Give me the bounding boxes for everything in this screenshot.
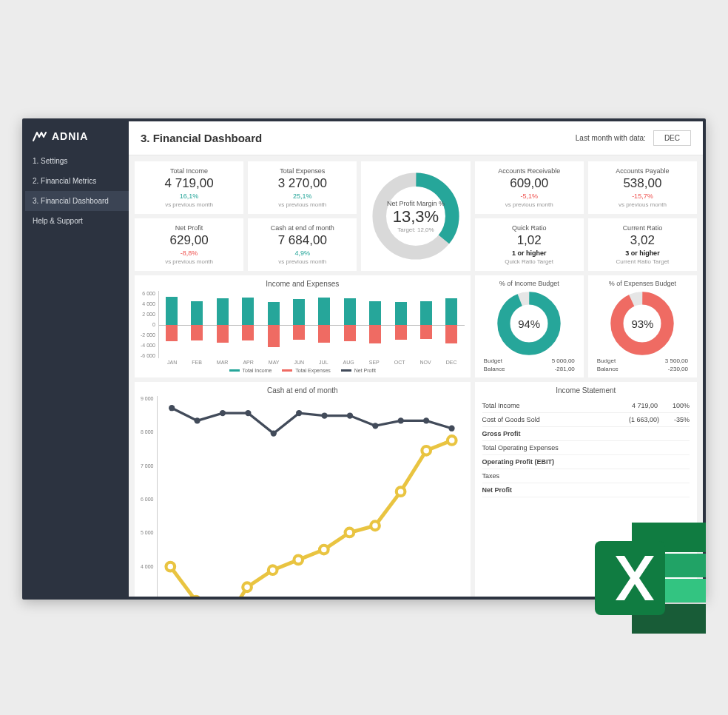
donut-pct: 94% [496,290,562,357]
kpi-change: 4,9% [252,249,352,257]
kpi-title: Accounts Payable [593,167,692,175]
gauge-pct: 13,3% [393,207,439,226]
donut-title: % of Expenses Budget [609,280,676,287]
month-dropdown[interactable]: DEC [653,130,691,146]
kpi-sub: vs previous month [139,201,239,208]
last-month-selector: Last month with data: DEC [576,130,691,146]
last-month-label: Last month with data: [576,134,646,142]
bar-column [419,291,434,358]
header: 3. Financial Dashboard Last month with d… [129,121,703,155]
sidebar: ADNIA 1. Settings2. Financial Metrics3. … [25,121,129,597]
kpi-title: Total Income [139,167,239,175]
sidebar-item[interactable]: 1. Settings [25,151,129,171]
svg-point-24 [320,546,328,554]
kpi-value: 3 270,00 [252,176,352,191]
svg-point-27 [396,487,405,496]
page-title: 3. Financial Dashboard [141,132,262,144]
cash-line-icon [158,396,465,597]
kpi-cash-end: Cash at end of month 7 684,00 4,9% vs pr… [248,218,357,271]
kpi-acct-receivable: Accounts Receivable 609,00 -5,1% vs prev… [475,161,584,214]
svg-point-18 [166,563,175,571]
bar-column [394,291,408,358]
chart-cash-end: Cash at end of month 9 0008 0007 0006 00… [135,382,471,597]
kpi-sub: vs previous month [139,258,239,265]
kpi-value: 1,02 [479,233,579,248]
income-row: Cost of Goods Sold(1 663,00)-35% [482,413,690,427]
kpi-target: 1 or higher [479,249,579,257]
bar-column [240,291,255,358]
kpi-change: -8,8% [139,249,239,257]
sidebar-item[interactable]: Help & Support [25,211,129,231]
income-row: Operating Profit (EBIT) [482,455,690,469]
bar-column [189,291,204,358]
bar-column [368,291,382,358]
svg-point-21 [243,583,252,591]
kpi-change: 25,1% [252,192,352,200]
kpi-current-ratio: Current Ratio 3,02 3 or higher Current R… [588,218,697,271]
kpi-acct-payable: Accounts Payable 538,00 -15,7% vs previo… [588,161,697,214]
income-row: Total Income4 719,00100% [482,399,690,413]
nav-menu: 1. Settings2. Financial Metrics3. Financ… [25,151,129,231]
bars-container [158,291,465,358]
kpi-total-expenses: Total Expenses 3 270,00 25,1% vs previou… [248,161,357,214]
kpi-title: Quick Ratio [479,224,579,232]
donut-expense-budget: % of Expenses Budget 93% Budget3 500,00 … [588,275,697,377]
kpi-target: 3 or higher [593,249,692,257]
donut-income-budget: % of Income Budget 94% Budget5 000,00 Ba… [475,275,584,377]
gauge-target: Target: 12,0% [397,226,434,233]
sidebar-item[interactable]: 2. Financial Metrics [25,171,129,191]
kpi-net-profit-margin: Net Profit Margin % 13,3% Target: 12,0% [361,161,470,271]
kpi-value: 4 719,00 [139,176,239,191]
income-row: Net Profit [482,483,690,497]
kpi-sub: Quick Ratio Target [479,258,579,265]
chart-income-expenses: Income and Expenses 6 0004 0002 0000-2 0… [135,275,471,377]
chart-legend: Total Income Total Expenses Net Profit [141,368,465,373]
sidebar-item[interactable]: 3. Financial Dashboard [25,191,129,211]
chart-title: Income and Expenses [141,280,465,288]
y-axis: 6 0004 0002 0000-2 000-4 000-6 000 [141,291,158,358]
kpi-title: Net Profit [139,224,239,232]
bar-column [343,291,357,358]
kpi-value: 538,00 [593,176,692,191]
bar-column [215,291,230,358]
kpi-sub: vs previous month [479,201,579,208]
kpi-title: Total Expenses [252,167,352,175]
legend-item: Total Income [229,368,272,373]
logo-icon [33,131,47,141]
kpi-sub: Current Ratio Target [593,258,692,265]
donut-pct: 93% [609,290,675,357]
kpi-value: 629,00 [139,233,239,248]
kpi-value: 609,00 [479,176,579,191]
income-statement-title: Income Statement [482,386,690,395]
svg-rect-34 [595,541,665,615]
kpi-change: -15,7% [593,192,692,200]
kpi-net-profit: Net Profit 629,00 -8,8% vs previous mont… [135,218,243,271]
gauge-label: Net Profit Margin % [387,200,445,207]
kpi-title: Cash at end of month [252,224,352,232]
brand-text: ADNIA [52,130,88,142]
kpi-quick-ratio: Quick Ratio 1,02 1 or higher Quick Ratio… [475,218,584,271]
kpi-total-income: Total Income 4 719,00 16,1% vs previous … [135,161,243,214]
svg-point-25 [345,528,354,537]
excel-icon [587,515,713,641]
bar-column [444,291,459,358]
svg-point-29 [447,436,456,445]
bar-column [317,291,331,358]
income-row: Taxes [482,469,690,483]
kpi-value: 3,02 [593,233,692,248]
kpi-sub: vs previous month [252,201,352,208]
svg-point-22 [268,565,277,574]
svg-point-28 [422,446,431,455]
kpi-value: 7 684,00 [252,233,352,248]
income-row: Total Operating Expenses [482,441,690,455]
bar-column [291,291,306,358]
income-row: Gross Profit [482,427,690,441]
x-axis: JANFEBMARAPRMAYJUNJULAUGSEPOCTNOVDEC [141,360,465,365]
kpi-change: 16,1% [139,192,239,200]
legend-item: Total Expenses [282,368,330,373]
svg-point-23 [294,556,303,565]
kpi-title: Accounts Receivable [479,167,579,175]
donut-title: % of Income Budget [499,280,559,287]
kpi-sub: vs previous month [252,258,352,265]
line-area [157,396,465,597]
